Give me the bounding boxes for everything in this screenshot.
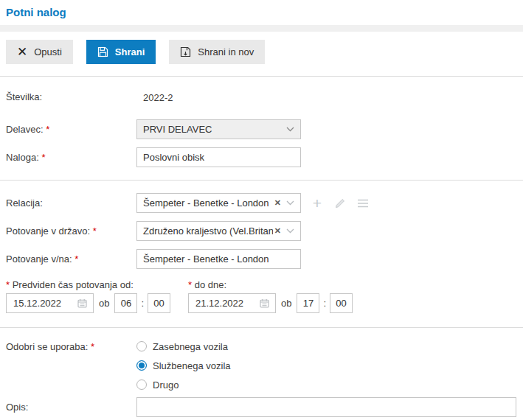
required-mark: * (41, 152, 45, 163)
task-input[interactable] (136, 147, 301, 167)
employee-select[interactable]: PRVI DELAVEC (136, 119, 301, 139)
required-mark: * (91, 341, 94, 352)
date-labels-row: * Predviden čas potovanja od: * do dne: (0, 279, 523, 290)
radio-icon[interactable] (136, 341, 147, 351)
destination-row: Potovanje v/na: * (0, 249, 523, 269)
save-and-new-button[interactable]: Shrani in nov (169, 40, 265, 64)
date-to-group: ob : (188, 293, 370, 313)
date-from-input[interactable] (7, 298, 66, 309)
time-separator: : (323, 298, 326, 309)
route-actions: + (311, 197, 370, 210)
clear-icon[interactable]: ✕ (274, 227, 281, 235)
radio-option-company-vehicle[interactable]: Službenega vozila (136, 357, 231, 374)
radio-option-label: Službenega vozila (153, 360, 231, 371)
list-icon[interactable] (356, 197, 370, 210)
date-to-field (188, 293, 276, 313)
header-separator-band (0, 25, 523, 32)
number-label: Številka: (6, 91, 136, 103)
task-row: Naloga: * (0, 147, 523, 167)
at-label: ob (281, 298, 291, 309)
radio-option-private-vehicle[interactable]: Zasebnega vozila (136, 337, 231, 355)
description-input[interactable] (136, 397, 516, 417)
required-mark: * (93, 225, 97, 237)
radio-option-other[interactable]: Drugo (136, 376, 231, 393)
travel-time-from-label: Predviden čas potovanja od: (13, 279, 134, 290)
date-from-group: ob : (6, 293, 188, 313)
vehicle-approval-label: Odobri se uporaba: (6, 341, 88, 352)
route-label: Relacija: (6, 197, 136, 209)
close-icon: ✕ (17, 46, 27, 58)
chevron-down-icon[interactable] (286, 228, 294, 234)
vehicle-approval-row: Odobri se uporaba: * Zasebnega vozila Sl… (0, 337, 523, 395)
employee-select-value: PRVI DELAVEC (143, 120, 286, 139)
description-label: Opis: (6, 402, 136, 413)
calendar-icon[interactable] (260, 298, 269, 310)
divider (0, 76, 523, 77)
travel-time-to-label: do dne: (195, 279, 226, 290)
hour-from-input[interactable] (114, 293, 137, 313)
toolbar: ✕ Opusti Shrani Shrani in nov (0, 32, 523, 76)
employee-label: Delavec: (6, 124, 44, 135)
radio-option-label: Zasebnega vozila (153, 341, 228, 352)
country-label: Potovanje v državo: (6, 225, 90, 237)
radio-icon[interactable] (136, 379, 147, 390)
save-and-new-button-label: Shrani in nov (198, 46, 254, 57)
divider (0, 180, 523, 181)
chevron-down-icon[interactable] (286, 127, 294, 132)
route-combobox-value: Šempeter - Benetke - London (143, 194, 273, 212)
date-inputs-row: ob : ob : (0, 293, 523, 313)
page: Potni nalog ✕ Opusti Shrani (0, 0, 523, 420)
country-combobox[interactable]: Združeno kraljestvo (Vel.Britan... ✕ (136, 221, 301, 241)
radio-option-label: Drugo (153, 379, 179, 391)
employee-row: Delavec: * PRVI DELAVEC (0, 119, 523, 139)
destination-input[interactable] (136, 249, 301, 269)
cancel-button[interactable]: ✕ Opusti (6, 40, 73, 64)
at-label: ob (99, 298, 109, 309)
save-button[interactable]: Shrani (86, 40, 156, 64)
minute-from-input[interactable] (148, 293, 170, 313)
save-button-label: Shrani (115, 46, 145, 57)
date-from-field (6, 293, 94, 313)
route-combobox[interactable]: Šempeter - Benetke - London ✕ (136, 193, 301, 213)
date-to-input[interactable] (189, 298, 248, 309)
required-mark: * (75, 253, 78, 265)
vehicle-radio-group: Zasebnega vozila Službenega vozila Drugo (136, 337, 231, 395)
required-mark: * (188, 279, 192, 290)
country-row: Potovanje v državo: * Združeno kraljestv… (0, 221, 523, 241)
required-mark: * (6, 279, 10, 290)
country-combobox-value: Združeno kraljestvo (Vel.Britan... (143, 222, 273, 240)
destination-label: Potovanje v/na: (6, 253, 72, 265)
cancel-button-label: Opusti (34, 46, 62, 57)
required-mark: * (46, 124, 49, 135)
save-and-new-icon (180, 46, 191, 57)
calendar-icon[interactable] (77, 298, 87, 310)
clear-icon[interactable]: ✕ (274, 199, 281, 207)
divider (0, 327, 523, 328)
chevron-down-icon[interactable] (286, 200, 294, 206)
radio-icon[interactable] (136, 360, 147, 371)
description-row: Opis: (0, 397, 523, 417)
page-title: Potni nalog (0, 0, 523, 25)
number-value: 2022-2 (136, 92, 173, 103)
route-row: Relacija: Šempeter - Benetke - London ✕ … (0, 193, 523, 213)
time-separator: : (141, 298, 144, 309)
save-icon (97, 46, 108, 57)
edit-pencil-icon[interactable] (333, 197, 347, 210)
hour-to-input[interactable] (297, 293, 319, 313)
add-icon[interactable]: + (311, 197, 324, 210)
minute-to-input[interactable] (330, 293, 353, 313)
number-row: Številka: 2022-2 (0, 91, 523, 103)
task-label: Naloga: (6, 152, 39, 163)
travel-order-form: Številka: 2022-2 Delavec: * PRVI DELAVEC… (0, 91, 523, 420)
